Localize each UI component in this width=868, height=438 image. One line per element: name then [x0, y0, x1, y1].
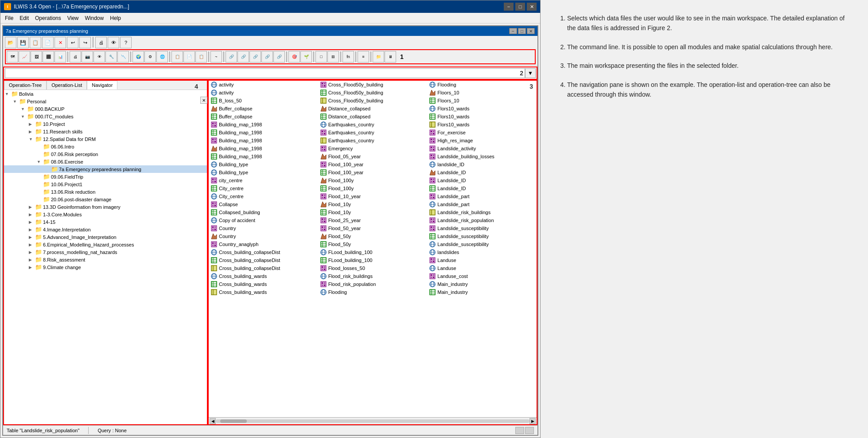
list-item[interactable]: Cross_building_wards: [209, 272, 318, 280]
tb2-10[interactable]: 📉: [117, 51, 129, 63]
inner-close[interactable]: ✕: [527, 28, 535, 34]
close-button[interactable]: ✕: [527, 3, 537, 11]
menu-operations[interactable]: Operations: [32, 14, 64, 22]
tree-item[interactable]: ▼📁Personal: [4, 98, 207, 105]
tb2-25[interactable]: □: [315, 51, 327, 63]
tb2-8[interactable]: 👁: [93, 51, 105, 63]
list-item[interactable]: Landslide_susceptibility: [427, 224, 537, 232]
list-item[interactable]: Flooding: [427, 81, 537, 89]
list-item[interactable]: Collapsed_building: [209, 208, 318, 216]
tb2-3[interactable]: 🖼: [31, 51, 42, 63]
tree-item[interactable]: ▶📁10.Project: [4, 120, 207, 128]
list-item[interactable]: Copy of accident: [209, 216, 318, 224]
tree-item[interactable]: ▶📁11.Research skills: [4, 128, 207, 135]
tree-item[interactable]: ▶📁4.Image.Interpretation: [4, 226, 207, 233]
list-item[interactable]: Flood_100_year: [318, 160, 428, 168]
list-item[interactable]: City_centre: [209, 184, 318, 192]
menu-file[interactable]: File: [2, 14, 16, 22]
list-item[interactable]: FLood_building_100: [318, 248, 428, 256]
tree-item[interactable]: 📁13.06.Risk reduction: [4, 188, 207, 196]
list-item[interactable]: Landslide_ID: [427, 184, 537, 192]
list-item[interactable]: activity: [209, 89, 318, 97]
tb-redo[interactable]: ↪: [79, 37, 91, 48]
tree-item[interactable]: 📁07.06.Risk perception: [4, 150, 207, 158]
list-item[interactable]: Earthquakes_country: [318, 121, 428, 129]
list-item[interactable]: Landuse: [427, 256, 537, 264]
list-item[interactable]: Earthquakes_country: [318, 129, 428, 137]
list-item[interactable]: Cross_building_collapseDist: [209, 256, 318, 264]
menu-window[interactable]: Window: [82, 14, 107, 22]
list-item[interactable]: Flood_50y: [318, 232, 428, 240]
menu-view[interactable]: View: [65, 14, 82, 22]
list-item[interactable]: Floors_10: [427, 89, 537, 97]
list-item[interactable]: Flood_10_year: [318, 192, 428, 200]
list-item[interactable]: Flood_100y: [318, 176, 428, 184]
list-item[interactable]: Building_type: [209, 168, 318, 176]
list-item[interactable]: city_centre: [209, 176, 318, 184]
list-item[interactable]: Landslide_building_losses: [427, 153, 537, 160]
tb2-12[interactable]: ⚙: [144, 51, 156, 63]
command-dropdown[interactable]: ▼: [525, 68, 536, 78]
tb2-21[interactable]: 🔗: [261, 51, 273, 63]
list-item[interactable]: activity: [209, 81, 318, 89]
list-item[interactable]: Buffer_collapse: [209, 105, 318, 113]
list-item[interactable]: Building_map_1998: [209, 137, 318, 145]
tb2-18[interactable]: 🔗: [226, 51, 237, 63]
tab-operation-tree[interactable]: Operation-Tree: [4, 81, 47, 90]
list-item[interactable]: Cross_Flood50y_building: [318, 97, 428, 105]
tree-item[interactable]: 📁20.06.post-disaster damage: [4, 196, 207, 203]
tree-item[interactable]: ▶📁14-15: [4, 218, 207, 226]
tree-item[interactable]: ▼📁12.Spatial Data for DRM: [4, 135, 207, 143]
list-item[interactable]: Flood_10y: [318, 200, 428, 208]
tree-item[interactable]: ▶📁8.Risk_assessment: [4, 256, 207, 263]
menu-help[interactable]: Help: [107, 14, 124, 22]
list-item[interactable]: Cross_Flood50y_building: [318, 89, 428, 97]
list-item[interactable]: Landslide_risk_buildings: [427, 208, 537, 216]
tb2-7[interactable]: 📷: [82, 51, 93, 63]
list-item[interactable]: Flooding: [318, 288, 428, 296]
tb2-16[interactable]: 📋: [195, 51, 207, 63]
list-item[interactable]: Flors10_wards: [427, 113, 537, 121]
list-item[interactable]: City_centre: [209, 192, 318, 200]
tree-item[interactable]: ▼📁08.06.Exercise: [4, 158, 207, 165]
list-item[interactable]: landslide_ID: [427, 160, 537, 168]
list-item[interactable]: Flood_100y: [318, 184, 428, 192]
list-item[interactable]: Cross_building_collapseDist: [209, 264, 318, 272]
list-item[interactable]: landslides: [427, 248, 537, 256]
tb-undo[interactable]: ↩: [67, 37, 78, 48]
tb2-14[interactable]: 📋: [171, 51, 183, 63]
tb2-22[interactable]: 🔗: [273, 51, 285, 63]
tb-paste[interactable]: 📄: [42, 37, 54, 48]
tb2-23[interactable]: 🎯: [288, 51, 300, 63]
list-item[interactable]: Flood_50y: [318, 240, 428, 248]
tree-item[interactable]: ▼📁Bolivia: [4, 90, 207, 98]
tree-item[interactable]: 📁06.06.Intro: [4, 143, 207, 150]
panel-close-btn[interactable]: ✕: [200, 97, 207, 104]
list-item[interactable]: Building_map_1998: [209, 129, 318, 137]
list-item[interactable]: Landslide_part: [427, 192, 537, 200]
list-item[interactable]: Buffer_collapse: [209, 113, 318, 121]
list-item[interactable]: Distance_collapsed: [318, 113, 428, 121]
tb2-19[interactable]: 🔗: [237, 51, 249, 63]
list-item[interactable]: Country: [209, 232, 318, 240]
list-item[interactable]: Landuse: [427, 264, 537, 272]
scroll-right[interactable]: ▶: [529, 418, 536, 424]
tb2-1[interactable]: 🗺: [7, 51, 18, 63]
list-item[interactable]: Flood_05_year: [318, 153, 428, 160]
tree-item[interactable]: ▶📁9.Climate change: [4, 263, 207, 271]
list-item[interactable]: Flors10_wards: [427, 105, 537, 113]
tb-save[interactable]: 💾: [17, 37, 29, 48]
list-item[interactable]: Landslide_susceptibility: [427, 232, 537, 240]
list-item[interactable]: Building_map_1998: [209, 153, 318, 160]
tb2-9[interactable]: 🔧: [105, 51, 117, 63]
tree-item[interactable]: ▼📁000.ITC_modules: [4, 113, 207, 120]
list-item[interactable]: Cross_building_wards: [209, 280, 318, 288]
list-item[interactable]: Landuse_cost: [427, 272, 537, 280]
list-item[interactable]: Flood_10y: [318, 208, 428, 216]
minimize-button[interactable]: −: [504, 3, 514, 11]
scroll-thumb[interactable]: [220, 419, 247, 423]
list-item[interactable]: Landslide_ID: [427, 176, 537, 184]
list-item[interactable]: Distance_collapsed: [318, 105, 428, 113]
list-item[interactable]: Flors10_wards: [427, 121, 537, 129]
list-item[interactable]: Landslide_risk_population: [427, 216, 537, 224]
